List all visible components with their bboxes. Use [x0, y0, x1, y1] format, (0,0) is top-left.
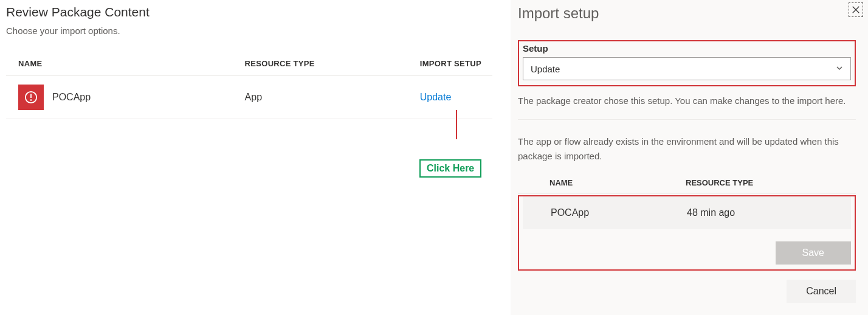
helper-text-1: The package creator chose this setup. Yo…: [518, 94, 856, 108]
chevron-down-icon: [836, 63, 843, 74]
setup-select-value: Update: [531, 64, 560, 74]
close-button[interactable]: [849, 2, 863, 17]
row-type: App: [245, 92, 420, 103]
annotation-line: [456, 110, 457, 139]
annotation-click-here: Click Here: [419, 159, 481, 178]
r-row-name: POCApp: [523, 207, 687, 218]
right-panel: Import setup Setup Update The package cr…: [511, 0, 868, 315]
col-header-name: NAME: [6, 59, 245, 68]
right-table-row[interactable]: POCApp 48 min ago: [523, 196, 851, 229]
page-subtitle: Choose your import options.: [6, 26, 492, 36]
setup-select[interactable]: Update: [523, 57, 851, 80]
left-panel: Review Package Content Choose your impor…: [0, 0, 511, 315]
right-table-header: NAME RESOURCE TYPE: [518, 175, 856, 194]
row-name: POCApp: [52, 92, 91, 103]
cancel-button[interactable]: Cancel: [787, 280, 856, 303]
svg-point-2: [31, 100, 32, 100]
setup-group: Setup Update: [518, 40, 856, 86]
r-col-header-type: RESOURCE TYPE: [686, 178, 807, 187]
save-button[interactable]: Save: [776, 241, 851, 265]
divider: [518, 119, 856, 120]
col-header-type: RESOURCE TYPE: [245, 59, 420, 68]
page-title: Review Package Content: [6, 5, 492, 19]
helper-text-2: The app or flow already exists in the en…: [518, 134, 856, 164]
table-row: POCApp App Update: [6, 76, 492, 119]
col-header-setup: IMPORT SETUP: [420, 59, 492, 68]
update-link[interactable]: Update: [420, 92, 452, 102]
alert-icon: [18, 85, 44, 110]
r-row-type: 48 min ago: [687, 207, 784, 218]
setup-label: Setup: [523, 43, 851, 54]
r-col-header-name: NAME: [518, 178, 686, 187]
panel-title: Import setup: [518, 5, 856, 22]
table-header: NAME RESOURCE TYPE IMPORT SETUP: [6, 54, 492, 76]
appflow-group: POCApp 48 min ago Save: [518, 195, 856, 271]
